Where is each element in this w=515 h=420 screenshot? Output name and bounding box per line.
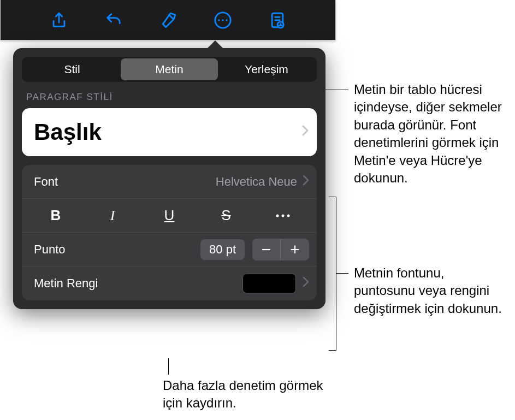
tab-text[interactable]: Metin	[121, 58, 218, 80]
size-value[interactable]: 80 pt	[200, 239, 245, 260]
tab-style[interactable]: Stil	[23, 58, 121, 80]
more-button[interactable]	[212, 9, 234, 31]
font-row[interactable]: Font Helvetica Neue	[22, 165, 317, 199]
tab-selector: Stil Metin Yerleşim	[22, 57, 317, 82]
svg-point-2	[222, 19, 223, 21]
paragraph-style-label: PARAGRAF STİLİ	[13, 92, 325, 108]
share-button[interactable]	[48, 9, 70, 31]
callout-scroll: Daha fazla denetim görmek için kaydırın.	[163, 377, 338, 412]
callout-line	[336, 273, 348, 274]
tab-layout[interactable]: Yerleşim	[218, 58, 315, 80]
strikethrough-button[interactable]: S	[198, 199, 254, 232]
callout-bracket	[329, 197, 336, 351]
underline-button[interactable]: U	[141, 199, 198, 232]
format-button[interactable]	[157, 9, 179, 31]
svg-point-7	[276, 214, 279, 217]
size-decrease-button[interactable]: −	[252, 239, 281, 261]
size-stepper: − +	[252, 239, 309, 261]
chevron-right-icon	[303, 175, 309, 189]
size-increase-button[interactable]: +	[281, 239, 309, 261]
font-value: Helvetica Neue	[216, 175, 297, 189]
text-format-row: B I U S	[22, 199, 317, 233]
font-controls-group: Font Helvetica Neue B I U S Punto 80 pt …	[22, 165, 317, 300]
format-popover: Stil Metin Yerleşim PARAGRAF STİLİ Başlı…	[13, 48, 325, 309]
paragraph-style-name: Başlık	[34, 119, 301, 145]
chevron-right-icon	[301, 123, 309, 141]
more-formatting-button[interactable]	[254, 199, 311, 232]
color-swatch	[242, 274, 296, 293]
italic-button[interactable]: I	[84, 199, 141, 232]
text-color-label: Metin Rengi	[34, 276, 98, 291]
svg-point-8	[282, 214, 285, 217]
popover-caret	[206, 40, 224, 49]
font-label: Font	[34, 175, 58, 189]
callout-tabs: Metin bir tablo hücresi içindeyse, diğer…	[354, 81, 512, 187]
callout-font: Metnin fontunu, puntosunu veya rengini d…	[354, 264, 507, 317]
size-row: Punto 80 pt − +	[22, 233, 317, 267]
top-toolbar	[0, 0, 336, 40]
size-label: Punto	[34, 242, 66, 257]
undo-button[interactable]	[103, 9, 125, 31]
chevron-right-icon	[303, 276, 309, 291]
text-color-row[interactable]: Metin Rengi	[22, 267, 317, 300]
svg-point-3	[226, 19, 227, 21]
svg-point-9	[287, 214, 290, 217]
paragraph-style-row[interactable]: Başlık	[22, 108, 317, 156]
reader-button[interactable]	[267, 9, 288, 31]
bold-button[interactable]: B	[27, 199, 84, 232]
svg-point-1	[218, 19, 220, 21]
callout-line	[168, 358, 169, 375]
